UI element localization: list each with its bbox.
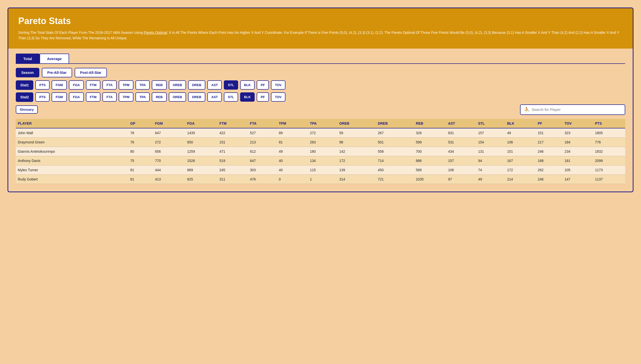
col-player: PLAYER (16, 119, 128, 128)
stat2-label-button[interactable]: Stat2 (16, 92, 33, 102)
view-tabs: Total Average (16, 54, 625, 64)
pareto-link[interactable]: Pareto Optimal (144, 31, 167, 35)
stat2-fgm[interactable]: FGM (52, 92, 67, 102)
filter-pre-all-star[interactable]: Pre-All-Star (42, 68, 72, 77)
filter-post-all-star[interactable]: Post-All-Star (75, 68, 107, 77)
tab-average[interactable]: Average (40, 54, 69, 63)
col-stl: STL (476, 119, 505, 128)
cell-tpa: 263 (308, 137, 337, 147)
col-pts: PTS (593, 119, 625, 128)
stat1-fta[interactable]: FTA (102, 80, 116, 90)
stat1-fga[interactable]: FGA (69, 80, 84, 90)
header-section: Pareto Stats Sorting The Total Stats Of … (8, 8, 633, 49)
cell-player: Anthony Davis (16, 156, 128, 165)
col-oreb: OREB (337, 119, 376, 128)
cell-ftm: 519 (217, 156, 248, 165)
cell-oreb: 142 (337, 147, 376, 156)
cell-pts: 1137 (593, 174, 625, 184)
cell-ftm: 471 (217, 147, 248, 156)
glossary-button[interactable]: Glossary (16, 105, 38, 114)
stat2-tpa[interactable]: TPA (135, 92, 150, 102)
tab-total[interactable]: Total (16, 54, 40, 63)
cell-oreb: 98 (337, 137, 376, 147)
cell-ast: 157 (446, 156, 476, 165)
col-dreb: DREB (376, 119, 414, 128)
stat1-label-button[interactable]: Stat1 (16, 80, 33, 90)
cell-tpa: 272 (308, 128, 337, 138)
stat1-tov[interactable]: TOV (271, 80, 286, 90)
stat2-blk[interactable]: BLK (240, 92, 255, 102)
cell-pts: 776 (593, 137, 625, 147)
stat1-blk[interactable]: BLK (240, 80, 255, 90)
stat2-stl[interactable]: STL (224, 92, 238, 102)
cell-reb: 599 (414, 137, 446, 147)
col-fgm: FGM (153, 119, 185, 128)
cell-tpa: 180 (308, 147, 337, 156)
cell-fgm: 656 (153, 147, 185, 156)
stat2-fta[interactable]: FTA (102, 92, 116, 102)
cell-gp: 81 (128, 174, 153, 184)
cell-fga: 650 (185, 137, 218, 147)
stat1-reb[interactable]: REB (152, 80, 167, 90)
stat1-ast[interactable]: AST (207, 80, 222, 90)
cell-gp: 78 (128, 128, 153, 138)
cell-pf: 151 (536, 128, 562, 138)
cell-pts: 1805 (593, 128, 625, 138)
stat1-tpm[interactable]: TPM (119, 80, 133, 90)
col-reb: REB (414, 119, 446, 128)
stat2-row: Stat2 PTS FGM FGA FTM FTA TPM TPA REB OR… (16, 92, 625, 102)
cell-tpm: 40 (277, 156, 308, 165)
stat2-tov[interactable]: TOV (271, 92, 286, 102)
stat2-dreb[interactable]: DREB (188, 92, 205, 102)
stat2-pts[interactable]: PTS (35, 92, 50, 102)
cell-ftm: 245 (217, 165, 248, 174)
col-pf: PF (536, 119, 562, 128)
stat2-ftm[interactable]: FTM (86, 92, 101, 102)
cell-blk: 106 (505, 137, 536, 147)
cell-pts: 1173 (593, 165, 625, 174)
cell-stl: 157 (476, 128, 505, 138)
cell-blk: 49 (505, 128, 536, 138)
cell-ast: 831 (446, 128, 476, 138)
stat2-pf[interactable]: PF (257, 92, 269, 102)
cell-fgm: 444 (153, 165, 185, 174)
search-input[interactable] (532, 107, 621, 112)
cell-pf: 168 (536, 156, 562, 165)
cell-ast: 106 (446, 165, 476, 174)
cell-player: Draymond Green (16, 137, 128, 147)
stat1-tpa[interactable]: TPA (135, 80, 150, 90)
cell-player: John Wall (16, 128, 128, 138)
stat1-pts[interactable]: PTS (35, 80, 50, 90)
page-title: Pareto Stats (18, 16, 623, 26)
stat1-dreb[interactable]: DREB (188, 80, 205, 90)
cell-stl: 131 (476, 147, 505, 156)
filter-season[interactable]: Season (16, 68, 39, 77)
cell-tpa: 1 (308, 174, 337, 184)
stat2-tpm[interactable]: TPM (119, 92, 133, 102)
col-tpa: TPA (308, 119, 337, 128)
cell-tpm: 0 (277, 174, 308, 184)
stat1-stl[interactable]: STL (224, 80, 238, 90)
cell-oreb: 172 (337, 156, 376, 165)
stat1-pf[interactable]: PF (257, 80, 269, 90)
cell-pf: 246 (536, 174, 562, 184)
cell-blk: 151 (505, 147, 536, 156)
col-gp: GP (128, 119, 153, 128)
stat2-fga[interactable]: FGA (69, 92, 84, 102)
cell-gp: 81 (128, 165, 153, 174)
header-description: Sorting The Total Stats Of Each Player F… (18, 30, 623, 41)
stat2-reb[interactable]: REB (152, 92, 167, 102)
stat1-oreb[interactable]: OREB (169, 80, 186, 90)
search-container: ⛹ (520, 104, 625, 115)
cell-fta: 612 (248, 147, 277, 156)
stat2-ast[interactable]: AST (207, 92, 222, 102)
cell-fgm: 770 (153, 156, 185, 165)
stat2-oreb[interactable]: OREB (169, 92, 186, 102)
col-ftm: FTM (217, 119, 248, 128)
cell-fga: 869 (185, 165, 218, 174)
search-icon: ⛹ (524, 107, 530, 112)
stat1-fgm[interactable]: FGM (52, 80, 67, 90)
cell-tpm: 49 (277, 147, 308, 156)
stat1-ftm[interactable]: FTM (86, 80, 101, 90)
col-ast: AST (446, 119, 476, 128)
